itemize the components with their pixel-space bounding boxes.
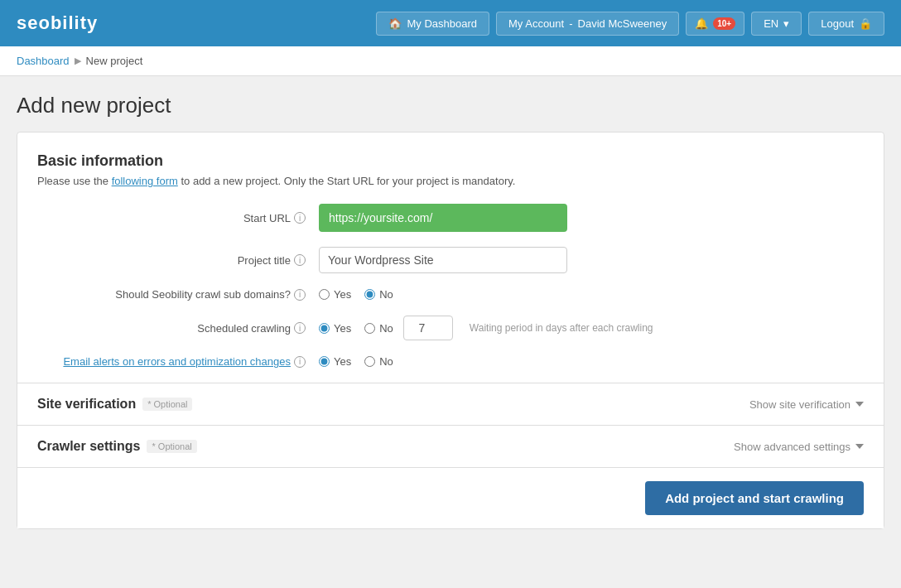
- start-url-row: Start URL i: [37, 204, 864, 232]
- scheduled-yes-radio[interactable]: [319, 323, 330, 334]
- site-verification-toggle-label[interactable]: Show site verification: [749, 398, 864, 411]
- scheduled-no-radio[interactable]: [364, 323, 375, 334]
- chevron-down-icon: ▾: [783, 17, 789, 30]
- my-account-button[interactable]: My Account - David McSweeney: [496, 12, 679, 36]
- subdomain-no-option[interactable]: No: [364, 288, 393, 301]
- crawler-settings-toggle[interactable]: Crawler settings * Optional Show advance…: [37, 426, 864, 467]
- main-content: Add new project Basic information Please…: [0, 76, 901, 546]
- language-button[interactable]: EN ▾: [751, 12, 802, 36]
- project-title-info-icon[interactable]: i: [294, 254, 306, 266]
- site-verification-toggle[interactable]: Site verification * Optional Show site v…: [37, 383, 864, 425]
- email-alerts-label: Email alerts on errors and optimization …: [54, 355, 319, 368]
- site-verification-title: Site verification * Optional: [37, 397, 192, 412]
- notifications-button[interactable]: 🔔 10+: [686, 12, 744, 36]
- project-title-label: Project title i: [54, 254, 319, 267]
- subdomain-yes-option[interactable]: Yes: [319, 288, 351, 301]
- form-desc-link[interactable]: following form: [112, 175, 178, 187]
- chevron-down-icon: [855, 402, 864, 407]
- crawler-settings-title: Crawler settings * Optional: [37, 439, 197, 454]
- email-alerts-no-radio[interactable]: [364, 356, 375, 367]
- scheduled-days-input[interactable]: [403, 316, 453, 340]
- site-verification-section: Site verification * Optional Show site v…: [17, 383, 884, 425]
- lock-icon: 🔒: [859, 17, 872, 30]
- crawler-settings-toggle-label[interactable]: Show advanced settings: [734, 441, 864, 453]
- subdomain-no-radio[interactable]: [364, 289, 375, 300]
- header-nav: 🏠 My Dashboard My Account - David McSwee…: [376, 12, 884, 36]
- crawler-settings-section: Crawler settings * Optional Show advance…: [17, 425, 884, 467]
- notification-badge: 10+: [713, 17, 735, 30]
- breadcrumb: Dashboard ▶ New project: [0, 46, 901, 76]
- scheduled-row: Scheduled crawling i Yes No Waiting peri…: [37, 316, 864, 340]
- project-title-control: [319, 247, 864, 273]
- logo: seobility: [17, 12, 98, 34]
- start-url-label: Start URL i: [54, 212, 319, 224]
- breadcrumb-arrow: ▶: [75, 55, 81, 66]
- subdomain-label: Should Seobility crawl sub domains? i: [54, 288, 319, 301]
- site-verification-optional-badge: * Optional: [142, 398, 192, 411]
- home-icon: 🏠: [388, 17, 402, 30]
- logout-button[interactable]: Logout 🔒: [808, 12, 884, 36]
- form-section-title: Basic information: [37, 152, 864, 170]
- email-alerts-yes-option[interactable]: Yes: [319, 355, 351, 368]
- header: seobility 🏠 My Dashboard My Account - Da…: [0, 0, 901, 46]
- email-alerts-radio-group: Yes No: [319, 355, 393, 368]
- breadcrumb-current: New project: [86, 55, 143, 67]
- subdomain-radio-group: Yes No: [319, 288, 393, 301]
- email-alerts-yes-radio[interactable]: [319, 356, 330, 367]
- project-title-input[interactable]: [319, 247, 567, 273]
- submit-button[interactable]: Add project and start crawling: [645, 481, 864, 515]
- start-url-input[interactable]: [319, 204, 567, 232]
- email-alerts-row: Email alerts on errors and optimization …: [37, 355, 864, 368]
- breadcrumb-home-link[interactable]: Dashboard: [17, 55, 70, 67]
- scheduled-no-option[interactable]: No: [364, 322, 393, 335]
- scheduled-radio-group: Yes No: [319, 322, 393, 335]
- subdomain-row: Should Seobility crawl sub domains? i Ye…: [37, 288, 864, 301]
- scheduled-yes-option[interactable]: Yes: [319, 322, 351, 335]
- chevron-down-icon: [855, 444, 864, 449]
- scheduled-info-icon[interactable]: i: [294, 322, 306, 334]
- my-dashboard-button[interactable]: 🏠 My Dashboard: [376, 12, 489, 36]
- subdomain-control: Yes No: [319, 288, 864, 301]
- start-url-info-icon[interactable]: i: [294, 212, 306, 224]
- email-alerts-info-icon[interactable]: i: [294, 356, 306, 368]
- form-footer: Add project and start crawling: [17, 467, 884, 528]
- email-alerts-control: Yes No: [319, 355, 864, 368]
- bell-icon: 🔔: [695, 17, 708, 30]
- start-url-control: [319, 204, 864, 232]
- form-card: Basic information Please use the followi…: [17, 132, 884, 529]
- subdomain-info-icon[interactable]: i: [294, 289, 306, 301]
- crawler-settings-optional-badge: * Optional: [147, 440, 196, 453]
- page-title: Add new project: [17, 93, 884, 118]
- scheduled-label: Scheduled crawling i: [54, 322, 319, 335]
- form-section-desc: Please use the following form to add a n…: [37, 175, 864, 187]
- scheduled-control: Yes No Waiting period in days after each…: [319, 316, 864, 340]
- email-alerts-link[interactable]: Email alerts on errors and optimization …: [63, 355, 291, 368]
- project-title-row: Project title i: [37, 247, 864, 273]
- scheduled-days-hint: Waiting period in days after each crawli…: [470, 322, 653, 334]
- email-alerts-no-option[interactable]: No: [364, 355, 393, 368]
- subdomain-yes-radio[interactable]: [319, 289, 330, 300]
